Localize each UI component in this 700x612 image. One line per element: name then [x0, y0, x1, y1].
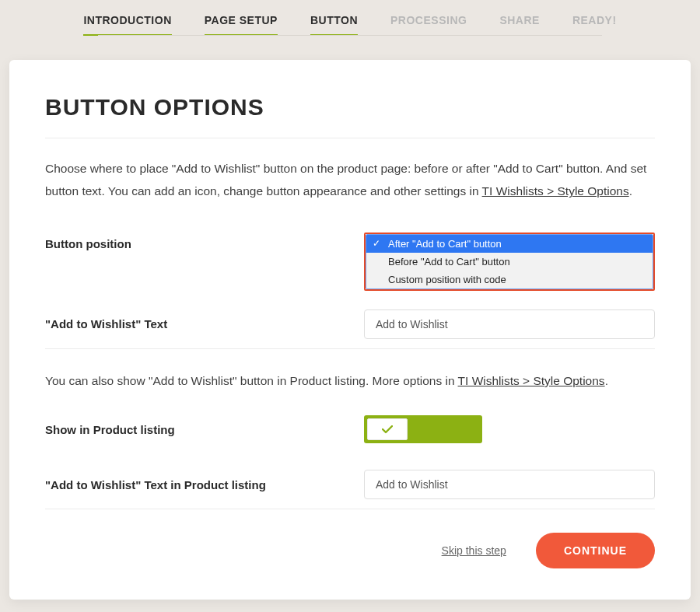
field-wishlist-text: "Add to Wishlist" Text — [45, 300, 655, 348]
label-wishlist-text: "Add to Wishlist" Text — [45, 317, 364, 330]
check-icon — [382, 425, 393, 434]
intro2-text: You can also show "Add to Wishlist" butt… — [45, 349, 655, 406]
tab-share: SHARE — [499, 14, 540, 36]
style-options-link-2[interactable]: TI Wishlists > Style Options — [458, 374, 605, 387]
option-before-cart[interactable]: Before "Add to Cart" button — [366, 253, 653, 271]
field-button-position: Button position After "Add to Cart" butt… — [45, 223, 655, 300]
style-options-link[interactable]: TI Wishlists > Style Options — [482, 184, 629, 198]
skip-link[interactable]: Skip this step — [442, 544, 506, 557]
listing-text-input[interactable] — [364, 470, 655, 499]
intro2-text-post: . — [605, 374, 608, 387]
tab-button[interactable]: BUTTON — [310, 14, 358, 36]
tab-processing: PROCESSING — [390, 14, 467, 36]
toggle-knob — [367, 418, 408, 440]
tab-page-setup[interactable]: PAGE SETUP — [205, 14, 278, 36]
label-button-position: Button position — [45, 233, 364, 250]
intro-text-post: . — [629, 184, 632, 198]
intro2-text-pre: You can also show "Add to Wishlist" butt… — [45, 374, 458, 387]
label-listing-text: "Add to Wishlist" Text in Product listin… — [45, 478, 364, 491]
intro-text: Choose where to place "Add to Wishlist" … — [45, 138, 655, 223]
actions-row: Skip this step CONTINUE — [45, 509, 655, 568]
page-title: BUTTON OPTIONS — [45, 94, 655, 121]
tab-ready: READY! — [572, 14, 617, 36]
option-custom-code[interactable]: Custom position with code — [366, 271, 653, 289]
option-after-cart[interactable]: After "Add to Cart" button — [366, 235, 653, 253]
show-listing-toggle[interactable] — [364, 415, 482, 443]
settings-card: BUTTON OPTIONS Choose where to place "Ad… — [9, 60, 691, 600]
continue-button[interactable]: CONTINUE — [536, 533, 655, 568]
tab-introduction[interactable]: INTRODUCTION — [83, 14, 171, 36]
wizard-tabs: INTRODUCTION PAGE SETUP BUTTON PROCESSIN… — [0, 0, 700, 36]
wishlist-text-input[interactable] — [364, 309, 655, 339]
field-listing-text: "Add to Wishlist" Text in Product listin… — [45, 453, 655, 509]
button-position-highlight: After "Add to Cart" button Before "Add t… — [364, 233, 655, 291]
button-position-select[interactable]: After "Add to Cart" button Before "Add t… — [366, 234, 653, 289]
field-show-listing: Show in Product listing — [45, 406, 655, 453]
label-show-listing: Show in Product listing — [45, 423, 364, 436]
